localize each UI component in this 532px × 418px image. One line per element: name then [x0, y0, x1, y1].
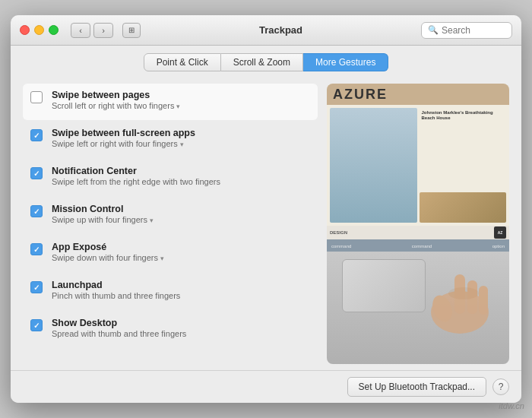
trackpad-area	[327, 252, 509, 364]
gestures-list: Swipe between pages Scroll left or right…	[23, 84, 318, 364]
dropdown-arrow-swipe-fullscreen[interactable]: ▾	[180, 141, 184, 148]
tabs-bar: Point & Click Scroll & Zoom More Gesture…	[11, 46, 521, 78]
traffic-lights	[20, 25, 59, 35]
tab-scroll-zoom[interactable]: Scroll & Zoom	[221, 53, 303, 71]
checkbox-notification[interactable]	[30, 167, 43, 179]
azure-mockup: AZURE Johnston Marklee's Breathtaking Be…	[327, 84, 509, 252]
azure-img-2	[420, 192, 507, 223]
gesture-title-notification: Notification Center	[52, 166, 310, 176]
preview-image: AZURE Johnston Marklee's Breathtaking Be…	[327, 84, 509, 364]
checkbox-area-launchpad	[30, 281, 44, 295]
preview-area: AZURE Johnston Marklee's Breathtaking Be…	[327, 84, 509, 364]
gesture-notification-center[interactable]: Notification Center Swipe left from the …	[23, 160, 318, 196]
azure-bottom-strip: DESIGN AZ	[327, 226, 509, 239]
gesture-subtitle-desktop: Spread with thumb and three fingers	[52, 329, 310, 338]
minimize-button[interactable]	[34, 25, 44, 35]
main-content: Swipe between pages Scroll left or right…	[11, 78, 521, 370]
window-title: Trackpad	[147, 24, 415, 36]
azure-right-col: Johnston Marklee's Breathtaking Beach Ho…	[420, 108, 507, 223]
gesture-swipe-between-pages[interactable]: Swipe between pages Scroll left or right…	[23, 84, 318, 120]
dropdown-arrow-mission[interactable]: ▾	[150, 217, 154, 224]
gesture-subtitle-launchpad: Pinch with thumb and three fingers	[52, 291, 310, 300]
gesture-text-mission: Mission Control Swipe up with four finge…	[52, 204, 310, 224]
command-label-left: command	[331, 244, 351, 249]
checkbox-area-mission	[30, 205, 44, 219]
hand-svg	[410, 252, 502, 335]
gesture-subtitle-mission: Swipe up with four fingers ▾	[52, 215, 310, 224]
gesture-title-desktop: Show Desktop	[52, 318, 310, 328]
tab-more-gestures[interactable]: More Gestures	[303, 53, 388, 71]
dropdown-arrow-swipe-pages[interactable]: ▾	[176, 103, 180, 110]
az-awards: AZ	[494, 226, 506, 239]
checkbox-area-notification	[30, 167, 44, 181]
checkbox-launchpad[interactable]	[30, 281, 43, 293]
azure-logo: AZURE	[333, 87, 388, 103]
checkbox-mission[interactable]	[30, 205, 43, 217]
gesture-title-expose: App Exposé	[52, 242, 310, 252]
gesture-show-desktop[interactable]: Show Desktop Spread with thumb and three…	[23, 312, 318, 348]
checkbox-area-swipe-pages	[30, 91, 44, 105]
gesture-subtitle-expose: Swipe down with four fingers ▾	[52, 253, 310, 262]
gesture-text-expose: App Exposé Swipe down with four fingers …	[52, 242, 310, 262]
main-window: ‹ › ⊞ Trackpad 🔍 Point & Click Scroll & …	[11, 15, 521, 403]
setup-bluetooth-button[interactable]: Set Up Bluetooth Trackpad...	[347, 377, 486, 397]
gesture-swipe-fullscreen[interactable]: Swipe between full-screen apps Swipe lef…	[23, 122, 318, 158]
azure-header: AZURE	[327, 84, 509, 105]
gesture-app-expose[interactable]: App Exposé Swipe down with four fingers …	[23, 236, 318, 272]
checkbox-area-expose	[30, 243, 44, 257]
gesture-subtitle-notification: Swipe left from the right edge with two …	[52, 177, 310, 186]
command-label-right: command	[412, 244, 432, 249]
search-input[interactable]	[442, 25, 502, 36]
gesture-text-notification: Notification Center Swipe left from the …	[52, 166, 310, 186]
search-box[interactable]: 🔍	[421, 22, 512, 39]
gesture-text-swipe-fullscreen: Swipe between full-screen apps Swipe lef…	[52, 128, 310, 148]
azure-text-1: Johnston Marklee's Breathtaking Beach Ho…	[420, 108, 507, 190]
gesture-subtitle-swipe-pages: Scroll left or right with two fingers ▾	[52, 101, 310, 110]
option-label: option	[492, 244, 505, 249]
watermark: itdw.cn	[499, 401, 524, 410]
titlebar: ‹ › ⊞ Trackpad 🔍	[11, 15, 521, 46]
gesture-launchpad[interactable]: Launchpad Pinch with thumb and three fin…	[23, 274, 318, 310]
gesture-title-mission: Mission Control	[52, 204, 310, 214]
nav-buttons: ‹ ›	[71, 23, 113, 38]
keyboard-bar: command command option	[327, 239, 509, 252]
gesture-mission-control[interactable]: Mission Control Swipe up with four finge…	[23, 198, 318, 234]
svg-rect-3	[479, 286, 488, 315]
checkbox-desktop[interactable]	[30, 319, 43, 331]
svg-point-5	[448, 287, 479, 299]
dropdown-arrow-expose[interactable]: ▾	[160, 255, 164, 262]
gesture-text-swipe-pages: Swipe between pages Scroll left or right…	[52, 90, 310, 110]
grid-button[interactable]: ⊞	[122, 23, 141, 38]
checkbox-area-desktop	[30, 319, 44, 333]
az-logo: AZ	[494, 226, 506, 239]
checkbox-area-swipe-fullscreen	[30, 129, 44, 143]
gesture-title-swipe-pages: Swipe between pages	[52, 90, 310, 100]
gesture-title-launchpad: Launchpad	[52, 280, 310, 290]
checkbox-swipe-fullscreen[interactable]	[30, 129, 43, 141]
maximize-button[interactable]	[49, 25, 59, 35]
gesture-text-launchpad: Launchpad Pinch with thumb and three fin…	[52, 280, 310, 300]
tab-point-click[interactable]: Point & Click	[144, 53, 221, 71]
gesture-subtitle-swipe-fullscreen: Swipe left or right with four fingers ▾	[52, 139, 310, 148]
help-button[interactable]: ?	[492, 378, 509, 395]
bottom-bar: Set Up Bluetooth Trackpad... ?	[11, 370, 521, 403]
search-icon: 🔍	[428, 25, 439, 35]
gesture-text-desktop: Show Desktop Spread with thumb and three…	[52, 318, 310, 338]
azure-img-1	[330, 108, 417, 223]
gesture-title-swipe-fullscreen: Swipe between full-screen apps	[52, 128, 310, 138]
close-button[interactable]	[20, 25, 30, 35]
checkbox-swipe-pages[interactable]	[30, 91, 43, 103]
back-button[interactable]: ‹	[71, 23, 90, 38]
forward-button[interactable]: ›	[93, 23, 113, 38]
checkbox-expose[interactable]	[30, 243, 43, 255]
